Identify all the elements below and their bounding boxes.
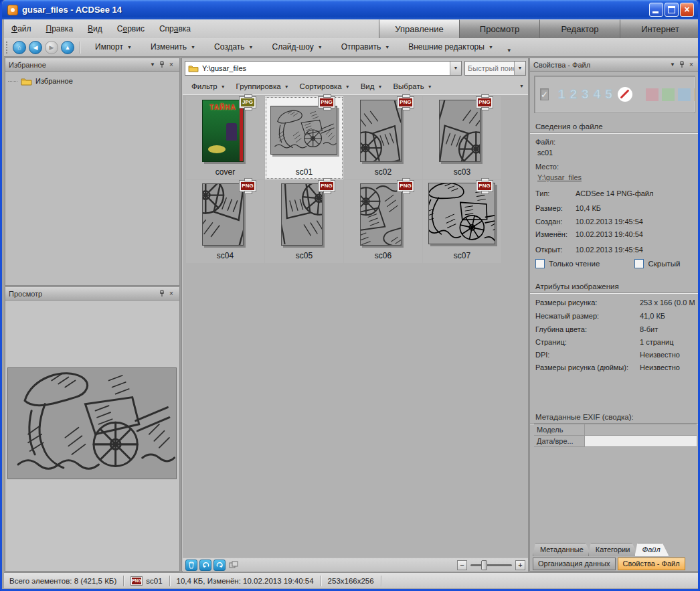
filter-button[interactable]: Фильтр▼: [186, 82, 231, 90]
thumbnail-cell-sc03[interactable]: PNG sc03: [423, 96, 501, 179]
color-label-green[interactable]: [662, 88, 675, 101]
thumbnail-cell-sc02[interactable]: PNG sc02: [344, 96, 422, 179]
readonly-checkbox[interactable]: [535, 259, 545, 268]
toolbar-grip[interactable]: [6, 41, 9, 54]
tab-file[interactable]: Файл: [634, 543, 669, 556]
file-name-value[interactable]: sc01: [537, 149, 553, 157]
filterbar-overflow-button[interactable]: ▼: [519, 84, 524, 88]
favorites-tree-item[interactable]: Избранное: [8, 75, 177, 87]
organize-data-button[interactable]: Организация данных: [533, 558, 616, 570]
select-button[interactable]: Выбрать▼: [387, 82, 437, 90]
maximize-button[interactable]: [665, 3, 679, 17]
zoom-slider-track[interactable]: [470, 564, 512, 566]
thumbnail-cell-sc01[interactable]: PNG sc01: [265, 96, 343, 179]
exif-row-datetime[interactable]: Дата/вре...: [534, 436, 697, 447]
thumbnail-image[interactable]: [439, 100, 480, 162]
address-bar[interactable]: Y:\gusar_files ▼: [185, 61, 462, 76]
import-button[interactable]: Импорт▼: [86, 38, 141, 56]
menu-edit[interactable]: Правка: [39, 19, 81, 38]
up-button[interactable]: ▲: [61, 41, 74, 54]
menu-tools[interactable]: Сервис: [110, 19, 152, 38]
tag-checkbox[interactable]: ✓: [540, 88, 549, 100]
menu-view[interactable]: Вид: [80, 19, 110, 38]
properties-tabs: Метаданные Категории Файл: [533, 543, 665, 556]
thumbnail-image[interactable]: [270, 106, 337, 155]
tab-metadata[interactable]: Метаданные: [533, 543, 592, 556]
zoom-in-button[interactable]: +: [515, 560, 525, 570]
forward-button[interactable]: ▶: [45, 41, 58, 54]
exif-row-model[interactable]: Модель: [534, 424, 697, 436]
chevron-down-icon: ▼: [221, 84, 226, 89]
tab-online[interactable]: Интернет: [620, 19, 700, 38]
send-button[interactable]: Отправить▼: [332, 38, 399, 56]
up-icon: ▲: [65, 44, 71, 51]
color-label-tan[interactable]: [694, 88, 695, 101]
menu-help[interactable]: Справка: [152, 19, 198, 38]
thumbnail-cell-sc06[interactable]: PNG sc06: [344, 180, 422, 263]
external-editors-button[interactable]: Внешние редакторы▼: [399, 38, 503, 56]
rating-5[interactable]: 5: [605, 87, 612, 102]
delete-image-button[interactable]: [185, 560, 197, 571]
menu-file[interactable]: Файл: [4, 19, 39, 38]
hidden-checkbox[interactable]: [634, 259, 644, 268]
properties-file-button[interactable]: Свойства - Файл: [618, 558, 685, 570]
search-dropdown-button[interactable]: ▼: [514, 62, 525, 75]
thumbnail-cell-sc04[interactable]: PNG sc04: [186, 180, 264, 263]
thumbnail-cell-cover[interactable]: JPG ТАЙНА cover: [186, 96, 264, 179]
home-button[interactable]: ⌂: [13, 41, 26, 54]
sort-button[interactable]: Сортировка▼: [294, 82, 355, 90]
rating-4[interactable]: 4: [594, 87, 601, 102]
no-rating-icon[interactable]: [618, 87, 632, 102]
panel-close-icon[interactable]: ×: [687, 59, 696, 71]
rating-3[interactable]: 3: [582, 87, 589, 102]
thumbnail-image[interactable]: [202, 183, 244, 246]
tab-view[interactable]: Просмотр: [459, 19, 539, 38]
thumbnail-cell-sc05[interactable]: PNG sc05: [265, 180, 343, 263]
rotate-left-button[interactable]: [199, 560, 211, 571]
thumbnail-image[interactable]: ТАЙНА: [202, 100, 244, 162]
panel-menu-icon[interactable]: ▼: [148, 59, 157, 71]
thumbnail-image[interactable]: [360, 100, 402, 162]
chevron-down-icon: ▼: [127, 38, 132, 56]
modify-button[interactable]: Изменить▼: [141, 38, 205, 56]
rating-2[interactable]: 2: [570, 87, 577, 102]
rotate-right-button[interactable]: [213, 560, 226, 571]
tab-manage[interactable]: Управление: [379, 19, 459, 38]
file-location-link[interactable]: Y:\gusar_files: [537, 173, 582, 181]
color-label-red[interactable]: [646, 88, 659, 101]
compare-button[interactable]: [228, 560, 240, 571]
quick-search-input[interactable]: [465, 64, 514, 72]
close-button[interactable]: ×: [680, 3, 694, 17]
toolbar-overflow-button[interactable]: ▼: [503, 46, 516, 56]
tab-edit[interactable]: Редактор: [539, 19, 620, 38]
zoom-out-button[interactable]: −: [457, 560, 467, 570]
hidden-checkbox-item[interactable]: Скрытый: [634, 259, 680, 268]
status-dimensions: 253x166x256: [321, 576, 381, 586]
thumbnail-image[interactable]: [281, 183, 323, 246]
zoom-slider-handle[interactable]: [481, 560, 487, 570]
thumbnail-cell-sc07[interactable]: PNG sc07: [423, 180, 501, 263]
address-dropdown-button[interactable]: ▼: [450, 62, 461, 75]
pin-icon[interactable]: [157, 59, 167, 71]
readonly-checkbox-item[interactable]: Только чтение: [535, 259, 600, 268]
address-path[interactable]: Y:\gusar_files: [199, 64, 450, 72]
panel-menu-icon[interactable]: ▼: [668, 59, 677, 71]
view-button[interactable]: Вид▼: [355, 82, 388, 90]
create-button[interactable]: Создать▼: [205, 38, 263, 56]
preview-image[interactable]: [7, 367, 177, 479]
panel-close-icon[interactable]: ×: [167, 288, 176, 300]
back-button[interactable]: ◀: [29, 41, 42, 54]
color-label-blue[interactable]: [678, 88, 691, 101]
tab-categories[interactable]: Категории: [588, 543, 639, 556]
pin-icon[interactable]: [157, 288, 167, 300]
file-name-label: sc03: [423, 167, 501, 177]
slideshow-button[interactable]: Слайд-шоу▼: [263, 38, 332, 56]
size-value: 10,4 КБ: [576, 204, 601, 212]
thumbnail-image[interactable]: [360, 183, 402, 246]
group-button[interactable]: Группировка▼: [231, 82, 294, 90]
rating-1[interactable]: 1: [558, 87, 565, 102]
minimize-button[interactable]: [649, 3, 663, 17]
title-bar[interactable]: gusar_files - ACDSee 14 ×: [2, 0, 698, 19]
panel-close-icon[interactable]: ×: [167, 59, 176, 71]
pin-icon[interactable]: [677, 59, 687, 71]
